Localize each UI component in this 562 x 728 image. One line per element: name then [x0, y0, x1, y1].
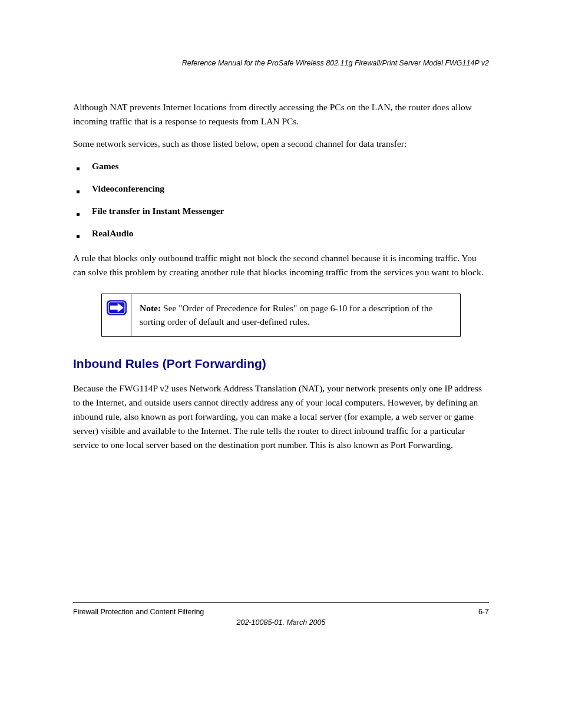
section-heading-inbound-rules: Inbound Rules (Port Forwarding) — [73, 354, 489, 374]
note-lead: Note: — [140, 303, 161, 313]
paragraph-services-intro: Some network services, such as those lis… — [73, 137, 489, 151]
header-manual-title: Reference Manual for the ProSafe Wireles… — [182, 59, 489, 67]
bullet-icon — [73, 204, 92, 218]
bullet-icon — [73, 226, 92, 241]
footer-doc-id: 202-10085-01, March 2005 — [0, 618, 562, 627]
page-footer: Firewall Protection and Content Filterin… — [73, 602, 489, 616]
note-body: See "Order of Precedence for Rules" on p… — [140, 303, 432, 327]
list-item-label: Videoconferencing — [92, 183, 164, 193]
paragraph-inbound-rules: Because the FWG114P v2 uses Network Addr… — [73, 381, 489, 452]
footer-divider — [73, 602, 489, 603]
body-text-block: Although NAT prevents Internet locations… — [73, 100, 489, 452]
list-item: Games — [73, 159, 489, 173]
document-page: Reference Manual for the ProSafe Wireles… — [0, 0, 562, 728]
note-icon-cell — [102, 294, 131, 336]
note-box: Note: See "Order of Precedence for Rules… — [101, 294, 461, 337]
list-item: RealAudio — [73, 226, 489, 241]
bullet-icon — [73, 159, 92, 173]
list-item-label: File transfer in Instant Messenger — [92, 206, 224, 216]
list-item-label: Games — [92, 161, 119, 171]
list-item: Videoconferencing — [73, 182, 489, 196]
list-item: File transfer in Instant Messenger — [73, 204, 489, 218]
paragraph-nat-intro: Although NAT prevents Internet locations… — [73, 100, 489, 129]
bullet-icon — [73, 182, 92, 196]
note-text: Note: See "Order of Precedence for Rules… — [131, 294, 460, 336]
services-list: Games Videoconferencing File transfer in… — [73, 159, 489, 241]
list-item-label: RealAudio — [92, 228, 134, 238]
paragraph-rule-warning: A rule that blocks only outbound traffic… — [73, 251, 489, 279]
footer-page-number: 6-7 — [478, 608, 489, 616]
footer-left: Firewall Protection and Content Filterin… — [73, 608, 204, 616]
arrow-right-icon — [107, 300, 127, 315]
